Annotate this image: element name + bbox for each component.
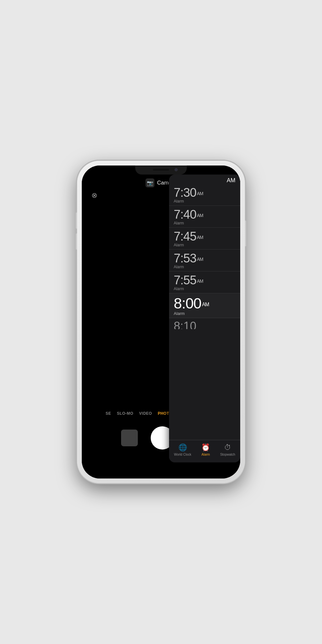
- alarm-time-755: 7:55AM: [174, 274, 235, 286]
- mode-slomo[interactable]: SLO-MO: [117, 411, 133, 416]
- flash-off-icon[interactable]: ⊗: [91, 191, 97, 200]
- alarm-item-800[interactable]: 8:00AM Alarm: [169, 293, 240, 318]
- mode-se[interactable]: SE: [106, 411, 111, 416]
- alarm-period-730: AM: [197, 191, 203, 196]
- alarm-item-745[interactable]: 7:45AM Alarm: [169, 228, 240, 250]
- clock-app-card[interactable]: AM 7:30AM Alarm 7:40AM Alarm 7:45AM Alar…: [169, 175, 240, 462]
- alarm-label-tab: Alarm: [202, 453, 210, 456]
- alarm-list: 7:30AM Alarm 7:40AM Alarm 7:45AM Alarm 7…: [169, 184, 240, 446]
- alarm-time-745: 7:45AM: [174, 230, 235, 242]
- stopwatch-label: Stopwatch: [220, 453, 235, 456]
- notch: [135, 166, 187, 175]
- alarm-label-800: Alarm: [174, 311, 235, 316]
- clock-tab-bar: 🌐 World Clock ⏰ Alarm ⏱ Stopwatch: [169, 440, 240, 462]
- alarm-time-753: 7:53AM: [174, 252, 235, 264]
- phone-screen: 📷 Camera ⊗ SE SLO-MO VIDEO PHOTO PORTRAI…: [82, 166, 240, 478]
- front-camera: [175, 168, 178, 171]
- alarm-period-753: AM: [197, 257, 203, 262]
- volume-down-button[interactable]: [76, 233, 77, 250]
- alarm-period-800: AM: [202, 302, 209, 307]
- alarm-item-810-partial: 8:10: [169, 318, 240, 330]
- alarm-time-800: 8:00AM: [174, 296, 235, 311]
- alarm-icon: ⏰: [201, 443, 210, 452]
- camera-icon: 📷: [146, 178, 155, 187]
- alarm-time-730: 7:30AM: [174, 186, 235, 199]
- alarm-label-753: Alarm: [174, 265, 235, 269]
- alarm-item-753[interactable]: 7:53AM Alarm: [169, 250, 240, 271]
- alarm-period-755: AM: [197, 279, 203, 284]
- world-clock-icon: 🌐: [178, 443, 187, 452]
- mode-video[interactable]: VIDEO: [139, 411, 152, 416]
- tab-world-clock[interactable]: 🌐 World Clock: [174, 443, 191, 456]
- alarm-item-730[interactable]: 7:30AM Alarm: [169, 184, 240, 206]
- alarm-label-740: Alarm: [174, 221, 235, 225]
- alarm-period-740: AM: [197, 213, 203, 218]
- alarm-time-740: 7:40AM: [174, 208, 235, 221]
- alarm-item-755[interactable]: 7:55AM Alarm: [169, 271, 240, 293]
- tab-stopwatch[interactable]: ⏱ Stopwatch: [220, 443, 235, 456]
- phone-frame: 📷 Camera ⊗ SE SLO-MO VIDEO PHOTO PORTRAI…: [77, 161, 245, 483]
- alarm-label-755: Alarm: [174, 287, 235, 291]
- alarm-time-810: 8:10: [174, 319, 235, 329]
- photo-thumbnail[interactable]: [121, 430, 138, 446]
- alarm-period-745: AM: [197, 235, 203, 240]
- volume-up-button[interactable]: [76, 213, 77, 229]
- top-am-text: AM: [227, 177, 235, 184]
- speaker: [153, 169, 169, 171]
- alarm-label-730: Alarm: [174, 199, 235, 204]
- side-button[interactable]: [245, 221, 246, 246]
- alarm-label-745: Alarm: [174, 243, 235, 247]
- stopwatch-icon: ⏱: [224, 443, 231, 452]
- world-clock-label: World Clock: [174, 453, 191, 456]
- alarm-item-740[interactable]: 7:40AM Alarm: [169, 206, 240, 228]
- tab-alarm[interactable]: ⏰ Alarm: [201, 443, 210, 456]
